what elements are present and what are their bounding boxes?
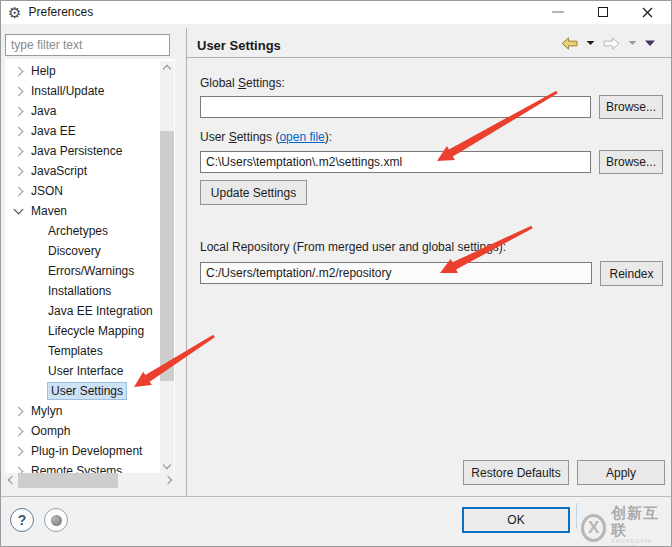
tree-item-label: Discovery bbox=[48, 244, 101, 258]
tree-item-maven[interactable]: Maven bbox=[5, 201, 161, 221]
watermark-text: 创新互联 bbox=[611, 505, 672, 538]
maximize-button[interactable] bbox=[580, 0, 625, 24]
tree-item-user-settings[interactable]: User Settings bbox=[5, 381, 161, 401]
apply-button[interactable]: Apply bbox=[577, 460, 665, 485]
preference-recorder-button[interactable] bbox=[44, 508, 68, 532]
chevron-right-icon[interactable] bbox=[14, 86, 24, 96]
tree-item-java[interactable]: Java bbox=[5, 101, 161, 121]
tree-item-label: User Settings bbox=[48, 383, 126, 399]
close-icon bbox=[642, 7, 653, 18]
chevron-down-icon[interactable] bbox=[14, 205, 24, 215]
tree-item-label: JSON bbox=[31, 184, 63, 198]
user-settings-label: User Settings (open file): bbox=[200, 130, 332, 144]
page-title: User Settings bbox=[197, 38, 281, 53]
window-title: Preferences bbox=[28, 5, 93, 19]
tree-item-label: User Interface bbox=[48, 364, 123, 378]
header-divider bbox=[187, 57, 672, 58]
help-button[interactable]: ? bbox=[10, 508, 34, 532]
cx-logo-icon: X bbox=[581, 514, 606, 542]
tree-item-label: Archetypes bbox=[48, 224, 108, 238]
tree-item-label: Remote Systems bbox=[31, 464, 122, 473]
tree-item-archetypes[interactable]: Archetypes bbox=[5, 221, 161, 241]
chevron-right-icon[interactable] bbox=[14, 406, 24, 416]
panel-divider bbox=[186, 28, 187, 496]
tree-item-templates[interactable]: Templates bbox=[5, 341, 161, 361]
tree-item-json[interactable]: JSON bbox=[5, 181, 161, 201]
update-settings-button[interactable]: Update Settings bbox=[200, 180, 307, 205]
scroll-down-icon[interactable] bbox=[163, 461, 171, 469]
global-settings-label: Global Settings: bbox=[200, 76, 285, 90]
user-settings-input[interactable] bbox=[200, 151, 591, 173]
tree-item-errors-warnings[interactable]: Errors/Warnings bbox=[5, 261, 161, 281]
tree-item-label: Help bbox=[31, 64, 56, 78]
tree-item-label: Java EE Integration bbox=[48, 304, 153, 318]
tree-horizontal-scrollbar[interactable] bbox=[5, 473, 175, 488]
close-button[interactable] bbox=[625, 0, 670, 24]
tree-item-java-ee-integration[interactable]: Java EE Integration bbox=[5, 301, 161, 321]
chevron-right-icon[interactable] bbox=[14, 66, 24, 76]
scroll-up-icon[interactable] bbox=[163, 65, 171, 73]
local-repository-label: Local Repository (From merged user and g… bbox=[200, 240, 506, 254]
global-browse-button[interactable]: Browse... bbox=[599, 95, 663, 119]
vertical-scroll-thumb[interactable] bbox=[160, 131, 174, 381]
tree-item-mylyn[interactable]: Mylyn bbox=[5, 401, 161, 421]
scroll-right-icon[interactable] bbox=[164, 476, 172, 484]
tree-item-java-ee[interactable]: Java EE bbox=[5, 121, 161, 141]
minimize-icon bbox=[552, 11, 564, 13]
tree-item-java-persistence[interactable]: Java Persistence bbox=[5, 141, 161, 161]
window-controls bbox=[535, 0, 670, 24]
gear-icon: ⚙ bbox=[8, 5, 21, 20]
tree-vertical-scrollbar[interactable] bbox=[160, 61, 174, 473]
chevron-right-icon[interactable] bbox=[14, 166, 24, 176]
tree-item-help[interactable]: Help bbox=[5, 61, 161, 81]
chevron-right-icon[interactable] bbox=[14, 186, 24, 196]
view-menu-icon[interactable] bbox=[644, 39, 656, 47]
global-settings-input[interactable] bbox=[200, 96, 591, 118]
reindex-button[interactable]: Reindex bbox=[600, 261, 663, 286]
watermark-subtext: CHUANGXIN HULIAN bbox=[611, 538, 672, 547]
chevron-right-icon[interactable] bbox=[14, 466, 24, 473]
preferences-tree-panel: HelpInstall/UpdateJavaJava EEJava Persis… bbox=[5, 59, 175, 473]
filter-input[interactable] bbox=[5, 34, 170, 56]
tree-item-remote-systems[interactable]: Remote Systems bbox=[5, 461, 161, 473]
tree-item-installations[interactable]: Installations bbox=[5, 281, 161, 301]
chevron-right-icon[interactable] bbox=[14, 126, 24, 136]
tree-item-label: Lifecycle Mapping bbox=[48, 324, 144, 338]
scroll-left-icon[interactable] bbox=[8, 476, 16, 484]
tree-item-install-update[interactable]: Install/Update bbox=[5, 81, 161, 101]
tree-item-label: Oomph bbox=[31, 424, 70, 438]
tree-item-label: Errors/Warnings bbox=[48, 264, 134, 278]
chevron-right-icon[interactable] bbox=[14, 106, 24, 116]
button-bar-divider bbox=[0, 496, 672, 497]
chevron-right-icon[interactable] bbox=[14, 146, 24, 156]
ok-button[interactable]: OK bbox=[462, 507, 570, 533]
tree-item-oomph[interactable]: Oomph bbox=[5, 421, 161, 441]
tree-item-label: Maven bbox=[31, 204, 67, 218]
horizontal-scroll-thumb[interactable] bbox=[18, 473, 118, 488]
tree-item-lifecycle-mapping[interactable]: Lifecycle Mapping bbox=[5, 321, 161, 341]
minimize-button[interactable] bbox=[535, 0, 580, 24]
back-arrow-icon[interactable] bbox=[560, 36, 579, 51]
chevron-right-icon[interactable] bbox=[14, 426, 24, 436]
watermark-divider bbox=[576, 503, 577, 528]
chevron-right-icon[interactable] bbox=[14, 446, 24, 456]
back-history-menu-icon[interactable] bbox=[586, 40, 595, 46]
forward-arrow-icon[interactable] bbox=[602, 36, 621, 51]
tree-item-plug-in-development[interactable]: Plug-in Development bbox=[5, 441, 161, 461]
tree-item-user-interface[interactable]: User Interface bbox=[5, 361, 161, 381]
user-settings-browse-button[interactable]: Browse... bbox=[599, 150, 663, 174]
local-repository-input[interactable] bbox=[200, 262, 592, 284]
titlebar: ⚙ Preferences bbox=[0, 0, 672, 24]
preferences-tree: HelpInstall/UpdateJavaJava EEJava Persis… bbox=[5, 61, 161, 473]
forward-history-menu-icon[interactable] bbox=[628, 40, 637, 46]
tree-item-label: Java Persistence bbox=[31, 144, 122, 158]
tree-item-label: Java bbox=[31, 104, 56, 118]
preference-recorder-icon bbox=[51, 515, 62, 526]
open-file-link[interactable]: open file bbox=[279, 130, 324, 144]
tree-item-label: Installations bbox=[48, 284, 111, 298]
tree-item-label: Mylyn bbox=[31, 404, 62, 418]
maximize-icon bbox=[598, 7, 608, 17]
tree-item-discovery[interactable]: Discovery bbox=[5, 241, 161, 261]
restore-defaults-button[interactable]: Restore Defaults bbox=[463, 460, 569, 485]
tree-item-javascript[interactable]: JavaScript bbox=[5, 161, 161, 181]
